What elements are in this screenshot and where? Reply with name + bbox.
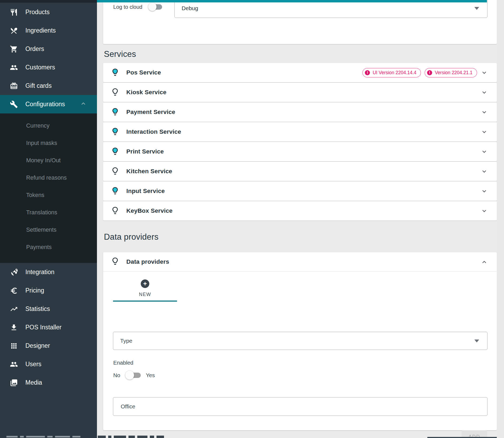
subitem-label: Payments [26, 244, 52, 251]
chevron-down-icon[interactable] [481, 207, 488, 214]
globe-lock-icon [10, 268, 18, 276]
people-icon [10, 64, 18, 72]
service-row-input[interactable]: Input Service [103, 181, 497, 201]
sidebar-item-orders[interactable]: Orders [0, 40, 97, 58]
provider-name-input[interactable] [120, 403, 468, 410]
type-placeholder: Type [120, 338, 132, 344]
no-label: No [113, 372, 120, 378]
sidebar-item-customers[interactable]: Customers [0, 58, 97, 77]
sidebar-item-gift-cards[interactable]: Gift cards [0, 77, 97, 95]
logging-panel: Log to cloud Debug [103, 0, 497, 44]
subitem-label: Settlements [26, 227, 57, 233]
service-label: Interaction Service [126, 128, 181, 135]
sidebar-item-configurations[interactable]: Configurations [0, 95, 97, 113]
scrollbar-track[interactable] [497, 0, 504, 438]
ui-version-badge: ! UI Version 2204.14.4 [362, 68, 421, 77]
data-providers-accordion-header[interactable]: Data providers [103, 252, 497, 271]
enabled-toggle[interactable] [125, 373, 141, 378]
sidebar-item-payments[interactable]: Payments [0, 239, 97, 256]
sidebar-item-label: Media [25, 379, 42, 386]
dropdown-arrow-icon [474, 340, 479, 342]
service-row-kitchen[interactable]: Kitchen Service [103, 162, 497, 181]
service-row-kiosk[interactable]: Kiosk Service [103, 83, 497, 102]
chevron-down-icon[interactable] [481, 148, 488, 155]
provider-name-field-wrap [113, 397, 487, 416]
chevron-down-icon[interactable] [481, 128, 488, 135]
log-to-cloud-toggle[interactable] [148, 4, 163, 10]
sidebar-item-designer[interactable]: Designer [0, 337, 97, 355]
sidebar-item-label: POS Installer [25, 324, 62, 331]
service-label: Input Service [126, 188, 165, 195]
chevron-down-icon[interactable] [481, 168, 488, 175]
sidebar-item-refund-reasons[interactable]: Refund reasons [0, 169, 97, 187]
data-providers-body: + NEW Type Enabled No Yes ADD [103, 271, 497, 430]
sidebar-item-statistics[interactable]: Statistics [0, 300, 97, 318]
service-row-payment[interactable]: Payment Service [103, 102, 497, 122]
lightbulb-icon [112, 128, 119, 136]
sidebar-item-currency[interactable]: Currency [0, 117, 97, 135]
service-row-pos[interactable]: Pos Service ! UI Version 2204.14.4 ! Ver… [103, 63, 497, 82]
sidebar-header-strip [0, 0, 97, 3]
chevron-down-icon[interactable] [481, 69, 488, 76]
sidebar-item-label: Integration [25, 269, 54, 276]
sidebar-item-label: Ingredients [25, 27, 56, 34]
sidebar-item-media[interactable]: Media [0, 373, 97, 392]
badge-text: UI Version 2204.14.4 [373, 70, 416, 76]
sidebar-item-settlements[interactable]: Settlements [0, 221, 97, 239]
subitem-label: Refund reasons [26, 175, 67, 181]
subitem-label: Input masks [26, 140, 57, 147]
yes-label: Yes [146, 372, 155, 378]
badge-text: Version 2204.21.1 [435, 70, 472, 76]
lightbulb-icon [112, 207, 119, 215]
chevron-down-icon[interactable] [481, 188, 488, 195]
sidebar-item-ingredients[interactable]: Ingredients [0, 21, 97, 40]
services-heading: Services [104, 49, 136, 59]
service-label: Pos Service [126, 69, 161, 76]
service-label: KeyBox Service [126, 207, 173, 214]
sidebar-item-input-masks[interactable]: Input masks [0, 135, 97, 152]
version-badge: ! Version 2204.21.1 [425, 68, 477, 77]
service-label: Payment Service [126, 109, 175, 116]
service-row-interaction[interactable]: Interaction Service [103, 122, 497, 141]
main-content: Log to cloud Debug Services Pos Service … [97, 0, 504, 438]
gift-card-icon [10, 82, 18, 90]
chevron-down-icon[interactable] [481, 89, 488, 96]
panel-label: Data providers [126, 258, 169, 265]
lightbulb-icon [112, 88, 119, 97]
wrench-icon [10, 100, 18, 108]
sidebar-item-products[interactable]: Products [0, 3, 97, 21]
sidebar-item-integration[interactable]: Integration [0, 263, 97, 281]
service-row-keybox[interactable]: KeyBox Service [103, 201, 497, 220]
sidebar-item-label: Products [25, 9, 50, 16]
sidebar-item-tokens[interactable]: Tokens [0, 187, 97, 204]
tab-new[interactable]: + NEW [113, 279, 177, 302]
sidebar-item-label: Customers [25, 64, 55, 71]
service-row-print[interactable]: Print Service [103, 142, 497, 161]
active-tab-indicator [113, 301, 177, 302]
dropdown-arrow-icon [474, 7, 479, 10]
sidebar-item-label: Gift cards [25, 82, 52, 89]
lightbulb-icon [112, 68, 119, 77]
sidebar-item-label: Statistics [25, 305, 50, 313]
sidebar-item-pos-installer[interactable]: POS Installer [0, 318, 97, 337]
sidebar-item-label: Orders [25, 45, 44, 53]
chevron-down-icon[interactable] [481, 109, 488, 116]
plus-icon: + [141, 279, 149, 288]
log-level-select[interactable]: Debug [174, 0, 487, 18]
sidebar-item-pricing[interactable]: Pricing [0, 281, 97, 300]
enabled-label: Enabled [113, 360, 133, 366]
restaurant-menu-icon [10, 27, 18, 35]
sidebar-item-translations[interactable]: Translations [0, 204, 97, 221]
sidebar-item-label: Pricing [25, 287, 44, 294]
sidebar-item-money-in-out[interactable]: Money In/Out [0, 152, 97, 169]
sidebar-item-users[interactable]: Users [0, 355, 97, 373]
apps-grid-icon [10, 342, 18, 350]
chevron-up-icon[interactable] [481, 258, 488, 265]
subitem-label: Translations [26, 209, 57, 216]
log-level-value: Debug [182, 5, 198, 11]
sidebar-item-label: Designer [25, 342, 50, 349]
clipped-bottom-edge [427, 437, 504, 438]
data-providers-panel: Data providers + NEW Type Enabled No Yes [103, 252, 497, 430]
type-select[interactable]: Type [113, 332, 487, 350]
download-icon [10, 323, 18, 332]
